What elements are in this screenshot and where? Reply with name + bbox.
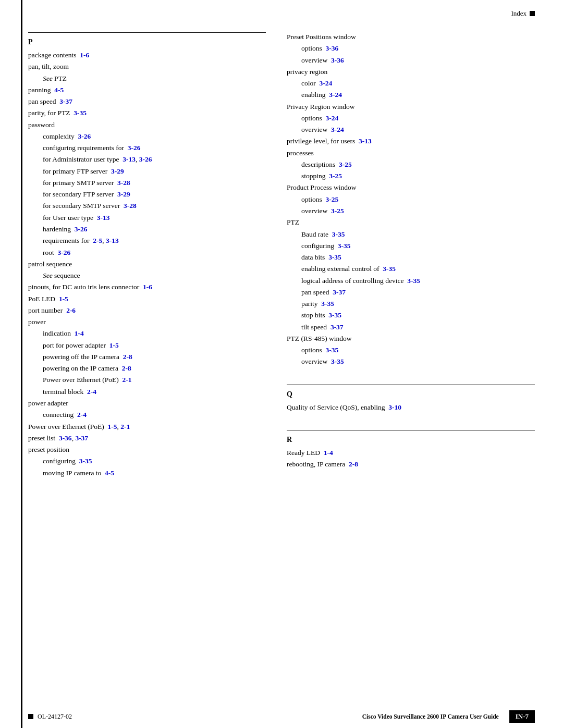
r-section-divider [287, 430, 535, 430]
link[interactable]: 3-24 [331, 126, 344, 133]
link[interactable]: 3-28 [124, 202, 137, 209]
link[interactable]: 3-26 [139, 155, 152, 163]
list-item: options 3-36 [301, 43, 535, 54]
link[interactable]: 3-35 [328, 253, 341, 261]
link[interactable]: 3-35 [326, 346, 339, 354]
footer-guide-title: Cisco Video Surveillance 2600 IP Camera … [362, 713, 499, 720]
link[interactable]: 2-4 [87, 388, 96, 396]
link[interactable]: 2-8 [349, 460, 358, 468]
list-item: privacy region [287, 66, 535, 78]
list-item: See PTZ [43, 73, 266, 84]
link[interactable]: 3-35 [321, 300, 334, 307]
link[interactable]: 2-5 [93, 237, 102, 244]
section-r-letter: R [287, 436, 535, 444]
footer-page-number: IN-7 [509, 710, 535, 723]
list-item: tilt speed 3-37 [301, 322, 535, 333]
list-item: for primary SMTP server 3-28 [43, 177, 266, 189]
list-item: port number 2-6 [28, 305, 266, 316]
link[interactable]: 2-8 [122, 364, 131, 372]
link[interactable]: 3-25 [339, 161, 352, 168]
list-item: package contents 1-6 [28, 50, 266, 61]
footer-bar-icon [28, 714, 33, 719]
link[interactable]: 1-5 [108, 423, 117, 430]
link[interactable]: 1-4 [324, 449, 333, 456]
list-item: root 3-26 [43, 247, 266, 258]
list-item: parity, for PTZ 3-35 [28, 107, 266, 119]
link[interactable]: 3-13 [97, 214, 110, 221]
p-section-divider [28, 32, 266, 33]
list-item: See sequence [43, 270, 266, 281]
list-item: preset position [28, 444, 266, 455]
link[interactable]: 3-25 [331, 207, 344, 215]
list-item: connecting 2-4 [43, 409, 266, 421]
footer-center: Cisco Video Surveillance 2600 IP Camera … [72, 713, 509, 720]
link[interactable]: 2-6 [66, 306, 76, 314]
header-black-square-icon [530, 11, 535, 16]
section-q-letter: Q [287, 390, 535, 399]
link[interactable]: 1-6 [80, 51, 89, 59]
link[interactable]: 1-4 [75, 329, 84, 337]
link[interactable]: 2-1 [123, 376, 132, 384]
link[interactable]: 1-5 [109, 341, 119, 349]
link[interactable]: 3-24 [320, 79, 333, 87]
list-item: enabling 3-24 [301, 89, 535, 101]
link[interactable]: 1-5 [59, 295, 68, 303]
link[interactable]: 3-37 [75, 434, 88, 442]
link[interactable]: 3-36 [326, 44, 339, 52]
link[interactable]: 3-13 [106, 237, 119, 244]
link[interactable]: 3-26 [58, 249, 71, 256]
link[interactable]: 3-37 [333, 288, 346, 296]
link[interactable]: 3-24 [329, 91, 342, 98]
link[interactable]: 3-24 [326, 114, 339, 122]
link[interactable]: 2-8 [123, 353, 132, 361]
link[interactable]: 3-29 [111, 167, 124, 175]
link[interactable]: 3-28 [117, 179, 130, 187]
footer-ol-number: OL-24127-02 [38, 713, 72, 721]
link[interactable]: 3-26 [128, 144, 141, 152]
link[interactable]: 3-13 [359, 137, 372, 145]
link[interactable]: 4-5 [105, 469, 114, 477]
link[interactable]: 2-4 [77, 411, 87, 418]
list-item: indication 1-4 [43, 328, 266, 339]
list-item: complexity 3-26 [43, 131, 266, 142]
right-column: Preset Positions window options 3-36 ove… [282, 31, 535, 479]
link[interactable]: 3-35 [331, 357, 344, 365]
list-item: configuring requirements for 3-26 [43, 142, 266, 154]
list-item: overview 3-35 [301, 356, 535, 367]
link[interactable]: 3-36 [331, 56, 344, 64]
link[interactable]: 3-35 [383, 265, 396, 273]
list-item: port for power adapter 1-5 [43, 340, 266, 351]
list-item: PTZ (RS-485) window [287, 333, 535, 344]
list-item: for secondary SMTP server 3-28 [43, 200, 266, 212]
link[interactable]: 3-35 [407, 277, 420, 285]
list-item: hardening 3-26 [43, 224, 266, 235]
link[interactable]: 1-6 [143, 283, 152, 291]
link[interactable]: 3-26 [75, 225, 88, 233]
list-item: color 3-24 [301, 78, 535, 89]
link[interactable]: 3-35 [332, 230, 345, 238]
link[interactable]: 3-13 [123, 155, 136, 163]
link[interactable]: 3-37 [331, 323, 344, 331]
link[interactable]: 3-25 [329, 172, 342, 180]
list-item: panning 4-5 [28, 84, 266, 96]
list-item: patrol sequence [28, 258, 266, 270]
link[interactable]: 3-35 [74, 109, 87, 117]
list-item: requirements for 2-5, 3-13 [43, 235, 266, 246]
link[interactable]: 3-10 [388, 403, 401, 411]
link[interactable]: 3-35 [79, 457, 92, 465]
link[interactable]: 3-35 [338, 242, 351, 250]
link[interactable]: 2-1 [120, 423, 130, 430]
link[interactable]: 3-25 [326, 195, 339, 203]
list-item: pinouts, for DC auto iris lens connector… [28, 281, 266, 293]
list-item: configuring 3-35 [43, 455, 266, 467]
link[interactable]: 3-26 [78, 132, 91, 140]
list-item: for primary FTP server 3-29 [43, 166, 266, 177]
header-index-text: Index [511, 9, 527, 18]
link[interactable]: 3-36 [59, 434, 72, 442]
link[interactable]: 3-29 [117, 190, 130, 198]
link[interactable]: 4-5 [54, 86, 64, 94]
link[interactable]: 3-35 [328, 311, 341, 319]
list-item: power [28, 316, 266, 328]
list-item: pan speed 3-37 [28, 96, 266, 107]
link[interactable]: 3-37 [59, 97, 72, 105]
